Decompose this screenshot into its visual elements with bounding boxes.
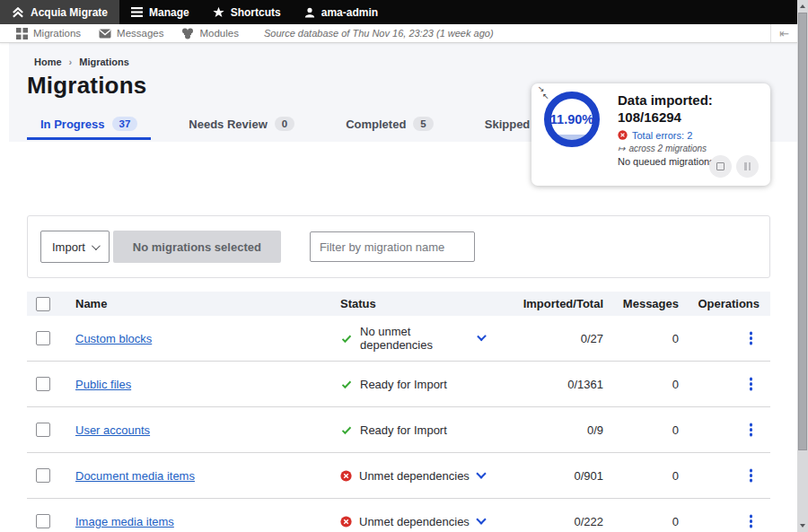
breadcrumb-separator-icon: › <box>69 57 73 67</box>
scroll-down-icon[interactable] <box>800 524 805 528</box>
expand-chevron-icon[interactable] <box>476 514 486 524</box>
messages-cell: 0 <box>603 469 679 483</box>
user-label: ama-admin <box>321 6 378 19</box>
collapse-left-icon: ⇤ <box>779 27 789 40</box>
toolbar-item-migrations[interactable]: Migrations <box>7 24 90 42</box>
messages-cell: 0 <box>603 378 679 391</box>
messages-cell: 0 <box>603 332 679 345</box>
operations-menu-icon[interactable] <box>750 474 753 477</box>
row-checkbox[interactable] <box>36 468 50 483</box>
error-icon <box>340 516 352 528</box>
shortcuts-label: Shortcuts <box>231 6 281 19</box>
data-imported-count: 108/16294 <box>618 109 763 126</box>
operations-menu-icon[interactable] <box>750 428 753 432</box>
tab-count-badge: 5 <box>413 117 433 131</box>
breadcrumb: Home › Migrations <box>34 57 797 67</box>
select-all-checkbox[interactable] <box>36 297 50 311</box>
migration-link[interactable]: Document media items <box>75 469 195 483</box>
messages-label: Messages <box>117 28 163 39</box>
tab-label: Needs Review <box>189 118 267 131</box>
table-row: Image media items Unmet dependencies 0/2… <box>27 499 770 532</box>
collapse-toolbar-button[interactable]: ⇤ <box>770 24 797 42</box>
chevron-down-icon <box>92 241 101 250</box>
import-label: Import <box>52 240 85 254</box>
bulk-actions-panel: Import No migrations selected <box>27 215 770 278</box>
data-imported-label: Data imported: <box>618 92 763 109</box>
success-check-icon <box>340 379 353 390</box>
migration-link[interactable]: Public files <box>75 378 131 391</box>
pause-icon <box>744 162 751 170</box>
column-header-imported-total: Imported/Total <box>497 297 603 310</box>
row-checkbox[interactable] <box>36 377 50 391</box>
progress-ring: 11.90% <box>544 92 600 147</box>
imported-total-cell: 0/222 <box>497 515 603 528</box>
status-label: Unmet dependencies <box>359 469 470 483</box>
hamburger-icon <box>131 7 143 17</box>
tab-count-badge: 0 <box>275 117 294 131</box>
user-menu[interactable]: ama-admin <box>293 0 390 24</box>
tab-completed[interactable]: Completed 5 <box>332 109 447 140</box>
modules-label: Modules <box>199 28 238 39</box>
star-icon <box>213 6 224 18</box>
migration-link[interactable]: Custom blocks <box>75 332 152 345</box>
migration-link[interactable]: Image media items <box>75 515 174 528</box>
status-label: No unmet dependencies <box>360 325 471 352</box>
page-scrollbar[interactable] <box>797 0 808 532</box>
collapse-card-control[interactable]: ↘ ↖ <box>535 84 551 100</box>
tab-label: In Progress <box>40 118 105 131</box>
expand-chevron-icon[interactable] <box>477 332 487 342</box>
column-header-messages: Messages <box>603 297 679 310</box>
total-errors-label: Total errors: 2 <box>632 130 692 141</box>
table-row: User accounts Ready for Import 0/9 0 <box>27 407 770 453</box>
pause-import-button[interactable] <box>736 155 759 178</box>
row-checkbox[interactable] <box>36 331 50 345</box>
migrations-label: Migrations <box>33 28 81 39</box>
row-checkbox[interactable] <box>36 514 50 528</box>
error-icon <box>618 130 628 140</box>
column-header-name: Name <box>75 297 340 310</box>
messages-cell: 0 <box>603 423 679 437</box>
manage-menu[interactable]: Manage <box>119 0 201 24</box>
breadcrumb-current: Migrations <box>79 57 129 67</box>
stop-import-button[interactable] <box>709 155 732 178</box>
import-dropdown-button[interactable]: Import <box>40 231 110 263</box>
operations-menu-icon[interactable] <box>750 336 753 340</box>
scroll-up-icon[interactable] <box>800 4 805 8</box>
source-database-note: Source database of Thu Nov 16, 23:23 (1 … <box>264 28 494 39</box>
table-row: Custom blocks No unmet dependencies 0/27… <box>27 316 770 362</box>
success-check-icon <box>340 424 353 436</box>
hook-arrow-icon: ↦ <box>618 144 625 153</box>
migration-link[interactable]: User accounts <box>75 423 150 437</box>
status-label: Ready for Import <box>360 423 447 437</box>
column-header-status: Status <box>340 297 497 310</box>
imported-total-cell: 0/27 <box>497 332 603 345</box>
grid-icon <box>16 28 28 39</box>
envelope-icon <box>99 29 111 39</box>
across-label: across 2 migrations <box>628 144 707 153</box>
expand-chevron-icon[interactable] <box>476 468 486 478</box>
tab-label: Completed <box>346 118 406 131</box>
tab-in-progress[interactable]: In Progress 37 <box>27 109 151 140</box>
operations-menu-icon[interactable] <box>750 519 753 523</box>
status-label: Ready for Import <box>360 378 447 391</box>
error-icon <box>340 470 352 482</box>
migration-filter-input[interactable] <box>310 231 475 262</box>
imported-total-cell: 0/9 <box>497 423 603 437</box>
breadcrumb-home-link[interactable]: Home <box>34 57 62 67</box>
acquia-migrate-brand[interactable]: Acquia Migrate <box>0 0 119 24</box>
user-icon <box>304 7 315 18</box>
tab-needs-review[interactable]: Needs Review 0 <box>175 109 308 140</box>
progress-percent: 11.90% <box>550 112 593 126</box>
total-errors-link[interactable]: Total errors: 2 <box>618 130 763 141</box>
operations-menu-icon[interactable] <box>750 382 753 386</box>
row-checkbox[interactable] <box>36 423 50 437</box>
tab-label: Skipped <box>485 118 531 131</box>
messages-cell: 0 <box>603 515 679 528</box>
toolbar-item-modules[interactable]: Modules <box>172 24 247 42</box>
toolbar-item-messages[interactable]: Messages <box>90 24 172 42</box>
shortcuts-menu[interactable]: Shortcuts <box>201 0 293 24</box>
page-scrollbar-thumb[interactable] <box>798 13 807 450</box>
table-header-row: Name Status Imported/Total Messages Oper… <box>27 292 770 316</box>
success-check-icon <box>340 333 353 344</box>
acquia-logo-icon <box>12 7 24 18</box>
